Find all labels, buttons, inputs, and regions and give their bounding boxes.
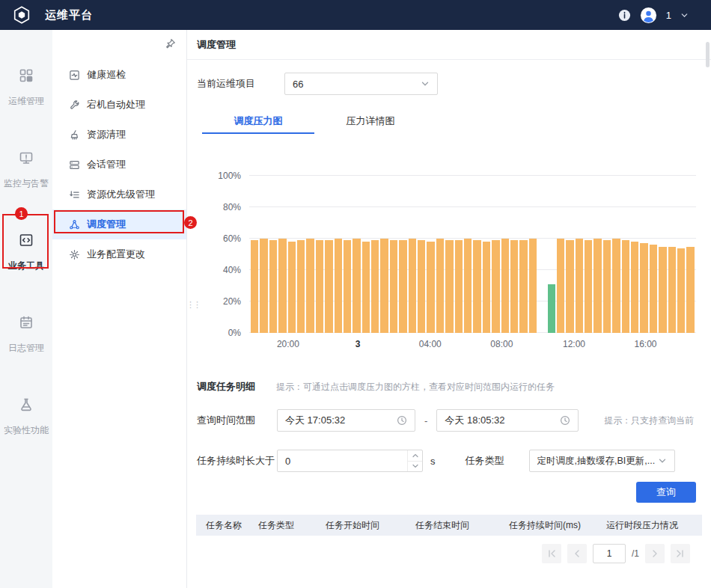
duration-unit: s <box>430 456 436 467</box>
duration-label: 任务持续时长大于 <box>197 454 277 468</box>
submenu-item-business-config-change[interactable]: 业务配置更改 <box>52 239 186 269</box>
sidebar-item-label: 日志管理 <box>8 342 44 355</box>
chart-bar[interactable] <box>445 240 453 333</box>
chart-bar[interactable] <box>686 247 694 334</box>
pin-icon[interactable] <box>165 38 176 49</box>
chart-bar[interactable] <box>344 240 351 333</box>
chart-bar[interactable] <box>306 239 314 333</box>
prev-page-button[interactable] <box>567 544 587 563</box>
submenu-item-resource-cleanup[interactable]: 资源清理 <box>52 120 186 150</box>
chart-bar[interactable] <box>390 240 397 333</box>
chart-bar[interactable] <box>380 239 388 333</box>
info-icon[interactable] <box>618 9 631 22</box>
chart-bar[interactable] <box>631 242 638 333</box>
chart-bar[interactable] <box>269 240 277 333</box>
chart-bar[interactable] <box>612 239 620 333</box>
submenu-item-downtime-auto-handling[interactable]: 宕机自动处理 <box>52 90 186 120</box>
chart-bar[interactable] <box>548 284 555 333</box>
stepper-up-icon[interactable] <box>408 450 422 462</box>
chart-tabs: 调度压力图 压力详情图 <box>202 111 427 134</box>
last-page-button[interactable] <box>671 544 690 563</box>
chart-bar[interactable] <box>371 240 379 333</box>
chart-bar[interactable] <box>519 240 527 333</box>
submenu-item-label: 调度管理 <box>87 218 126 231</box>
chart-bar[interactable] <box>260 239 267 333</box>
chart-bar[interactable] <box>557 239 564 333</box>
sidebar-item-label: 运维管理 <box>8 95 44 108</box>
submenu-item-health-inspection[interactable]: 健康巡检 <box>52 60 186 90</box>
sidebar-item-log-management[interactable]: 日志管理 <box>0 293 52 376</box>
tab-schedule-pressure-chart[interactable]: 调度压力图 <box>202 111 314 134</box>
chart-bar[interactable] <box>566 240 573 333</box>
chart-bar[interactable] <box>659 247 666 334</box>
user-menu-chevron-icon[interactable] <box>680 11 689 19</box>
chart-bar[interactable] <box>576 239 583 333</box>
user-avatar[interactable] <box>640 7 657 24</box>
sidebar-item-experimental-features[interactable]: 实验性功能 <box>0 376 52 458</box>
chart-bar[interactable] <box>362 242 370 333</box>
submenu-item-resource-priority[interactable]: 资源优先级管理 <box>52 180 186 209</box>
first-page-button[interactable] <box>542 544 561 563</box>
panel-resize-handle[interactable]: ⋮⋮ <box>186 301 195 317</box>
next-page-button[interactable] <box>645 544 665 563</box>
chart-bar[interactable] <box>529 239 537 333</box>
annotation-step-badge: 1 <box>15 207 28 220</box>
time-start-input[interactable]: 今天 17:05:32 <box>277 409 415 432</box>
chart-bar[interactable] <box>353 239 360 333</box>
page-number-input[interactable] <box>593 544 626 563</box>
tab-pressure-detail-chart[interactable]: 压力详情图 <box>314 111 427 134</box>
chart-bar[interactable] <box>316 240 323 333</box>
chart-bar[interactable] <box>585 240 592 333</box>
chart-bar[interactable] <box>335 239 342 333</box>
username-label[interactable]: 1 <box>666 10 671 21</box>
submenu-item-schedule-management[interactable]: 调度管理 <box>52 209 186 239</box>
chart-bar[interactable] <box>288 242 296 333</box>
chart-bar[interactable] <box>501 239 509 333</box>
duration-input[interactable] <box>277 450 423 472</box>
sidebar-item-ops-management[interactable]: 运维管理 <box>0 46 52 129</box>
chart-bar[interactable] <box>603 240 611 333</box>
chart-bar[interactable] <box>297 240 305 333</box>
chart-bar[interactable] <box>668 247 676 334</box>
time-end-input[interactable]: 今天 18:05:32 <box>436 409 579 432</box>
clock-icon[interactable] <box>397 415 407 426</box>
stepper-down-icon[interactable] <box>408 462 422 472</box>
chart-bar[interactable] <box>483 242 490 333</box>
table-header-row: 任务名称 任务类型 任务开始时间 任务结束时间 任务持续时间(ms) 运行时段压… <box>196 515 702 536</box>
chart-xtick-label: 04:00 <box>419 339 442 349</box>
clock-icon[interactable] <box>560 415 570 426</box>
column-header: 任务开始时间 <box>326 519 415 532</box>
submenu-item-label: 资源优先级管理 <box>87 188 155 201</box>
column-header: 任务名称 <box>196 519 258 532</box>
chart-bar[interactable] <box>399 240 406 333</box>
sidebar-item-business-tools[interactable]: 业务工具 <box>0 211 52 293</box>
chart-bar[interactable] <box>409 239 416 333</box>
chart-bar[interactable] <box>510 240 518 333</box>
project-select[interactable]: 66 <box>284 73 438 95</box>
chart-bar[interactable] <box>640 243 647 333</box>
chart-bar[interactable] <box>677 248 685 333</box>
query-button[interactable]: 查询 <box>636 482 696 503</box>
chart-bar[interactable] <box>593 239 601 333</box>
chart-bar[interactable] <box>427 242 434 333</box>
duration-stepper <box>277 450 423 472</box>
chart-bar[interactable] <box>492 240 499 333</box>
chart-bar[interactable] <box>650 245 657 333</box>
chart-bar[interactable] <box>278 239 286 333</box>
chart-bar[interactable] <box>464 239 472 333</box>
chart-bar[interactable] <box>622 240 629 333</box>
chart-xlabels: 20:00304:0008:0012:0016:00 <box>249 333 696 352</box>
chart-bar[interactable] <box>418 240 425 333</box>
column-header: 任务结束时间 <box>415 519 509 532</box>
task-type-select[interactable]: 定时调度,抽数缓存,BI更新,... <box>529 450 675 472</box>
chart-bar[interactable] <box>251 240 258 333</box>
submenu-item-session-management[interactable]: 会话管理 <box>52 150 186 180</box>
chart-bar[interactable] <box>325 240 332 333</box>
chart-bar[interactable] <box>436 239 444 333</box>
sidebar-item-monitoring-alerts[interactable]: 监控与告警 <box>0 129 52 211</box>
app-title: 运维平台 <box>45 8 93 22</box>
vertical-scrollbar-thumb[interactable] <box>706 42 710 67</box>
chart-xtick-label: 12:00 <box>563 339 585 349</box>
chart-bar[interactable] <box>473 240 480 333</box>
chart-bar[interactable] <box>455 240 463 333</box>
